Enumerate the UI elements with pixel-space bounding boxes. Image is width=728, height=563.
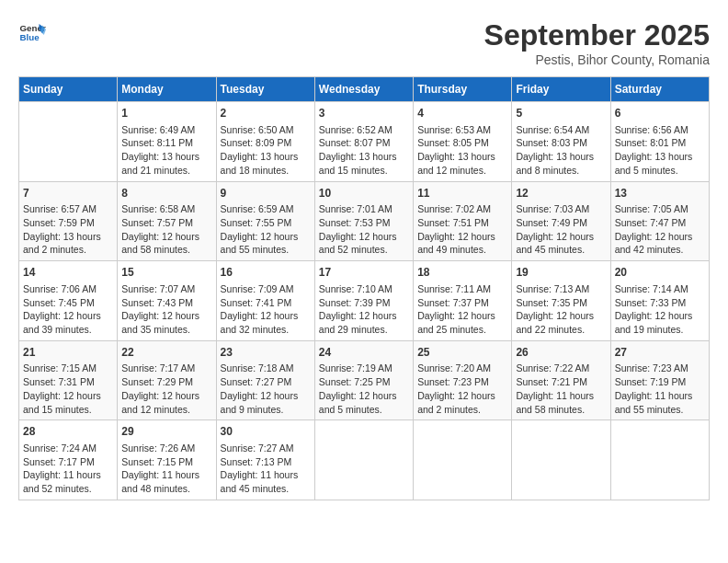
calendar-cell: 23Sunrise: 7:18 AMSunset: 7:27 PMDayligh… (216, 340, 314, 420)
day-info: Sunset: 8:09 PM (221, 136, 311, 150)
calendar-cell: 8Sunrise: 6:58 AMSunset: 7:57 PMDaylight… (118, 181, 216, 261)
day-info: Sunset: 7:13 PM (221, 455, 311, 469)
calendar-cell: 3Sunrise: 6:52 AMSunset: 8:07 PMDaylight… (314, 102, 413, 182)
day-info: Sunset: 7:15 PM (121, 455, 211, 469)
day-info: Sunset: 7:25 PM (319, 375, 409, 389)
weekday-header: Sunday (19, 77, 118, 102)
day-info: Sunset: 7:55 PM (221, 216, 311, 230)
calendar-cell: 29Sunrise: 7:26 AMSunset: 7:15 PMDayligh… (118, 420, 216, 500)
calendar-cell: 18Sunrise: 7:11 AMSunset: 7:37 PMDayligh… (414, 261, 512, 341)
calendar-cell: 30Sunrise: 7:27 AMSunset: 7:13 PMDayligh… (216, 420, 314, 500)
svg-text:Blue: Blue (20, 32, 40, 42)
day-info: Daylight: 12 hours and 35 minutes. (121, 309, 211, 336)
calendar-cell (314, 420, 413, 500)
day-info: Daylight: 12 hours and 22 minutes. (516, 309, 606, 336)
month-title: September 2025 (484, 18, 710, 52)
day-info: Daylight: 13 hours and 15 minutes. (319, 150, 409, 177)
day-info: Daylight: 13 hours and 18 minutes. (221, 150, 311, 177)
day-number: 17 (319, 265, 409, 281)
day-number: 8 (121, 186, 211, 201)
day-info: Sunset: 7:21 PM (516, 375, 606, 389)
calendar-cell: 4Sunrise: 6:53 AMSunset: 8:05 PMDaylight… (414, 102, 512, 182)
calendar-cell (19, 102, 118, 182)
day-info: Daylight: 11 hours and 52 minutes. (23, 468, 113, 495)
calendar-cell (512, 420, 610, 500)
day-info: Sunrise: 7:01 AM (319, 202, 409, 216)
day-info: Daylight: 12 hours and 42 minutes. (615, 230, 705, 257)
day-info: Daylight: 12 hours and 25 minutes. (417, 309, 507, 336)
day-info: Sunrise: 7:02 AM (417, 202, 507, 216)
day-info: Daylight: 11 hours and 58 minutes. (516, 389, 606, 416)
day-number: 10 (319, 186, 409, 201)
day-info: Sunset: 7:37 PM (417, 296, 507, 310)
day-info: Sunset: 7:33 PM (615, 296, 705, 310)
day-info: Daylight: 13 hours and 5 minutes. (615, 150, 705, 177)
day-info: Sunrise: 6:50 AM (221, 123, 311, 137)
day-number: 16 (221, 265, 311, 281)
day-info: Daylight: 12 hours and 15 minutes. (23, 389, 113, 416)
calendar-cell (610, 420, 709, 500)
day-info: Sunrise: 7:13 AM (516, 282, 606, 296)
day-info: Daylight: 11 hours and 48 minutes. (121, 468, 211, 495)
day-info: Sunrise: 7:10 AM (319, 282, 409, 296)
day-info: Daylight: 12 hours and 2 minutes. (417, 389, 507, 416)
day-number: 18 (417, 265, 507, 281)
calendar-cell: 26Sunrise: 7:22 AMSunset: 7:21 PMDayligh… (512, 340, 610, 420)
day-number: 23 (221, 345, 311, 361)
day-info: Daylight: 13 hours and 8 minutes. (516, 150, 606, 177)
day-info: Sunrise: 6:58 AM (121, 202, 211, 216)
calendar-cell: 6Sunrise: 6:56 AMSunset: 8:01 PMDaylight… (610, 102, 709, 182)
day-info: Sunset: 7:17 PM (23, 455, 113, 469)
day-number: 13 (615, 186, 705, 201)
day-info: Sunset: 7:43 PM (121, 296, 211, 310)
day-number: 3 (319, 106, 409, 121)
day-info: Sunset: 8:01 PM (615, 136, 705, 150)
day-number: 7 (23, 186, 113, 201)
day-number: 19 (516, 265, 606, 281)
day-info: Sunrise: 7:27 AM (221, 442, 311, 455)
day-number: 1 (121, 106, 211, 121)
calendar-cell: 19Sunrise: 7:13 AMSunset: 7:35 PMDayligh… (512, 261, 610, 341)
day-number: 12 (516, 186, 606, 201)
day-info: Daylight: 12 hours and 52 minutes. (319, 230, 409, 257)
day-number: 2 (221, 106, 311, 121)
day-info: Sunrise: 7:18 AM (221, 362, 311, 375)
day-info: Sunrise: 7:24 AM (23, 442, 113, 455)
day-info: Sunset: 7:19 PM (615, 375, 705, 389)
day-info: Sunset: 7:45 PM (23, 296, 113, 310)
day-info: Sunset: 7:27 PM (221, 375, 311, 389)
weekday-header: Monday (118, 77, 216, 102)
day-info: Sunrise: 6:59 AM (221, 202, 311, 216)
day-number: 24 (319, 345, 409, 361)
day-number: 27 (615, 345, 705, 361)
location-subtitle: Pestis, Bihor County, Romania (484, 52, 710, 67)
day-number: 30 (221, 424, 311, 440)
day-info: Sunrise: 6:49 AM (121, 123, 211, 137)
calendar-body: 1Sunrise: 6:49 AMSunset: 8:11 PMDaylight… (19, 102, 710, 500)
calendar-cell: 1Sunrise: 6:49 AMSunset: 8:11 PMDaylight… (118, 102, 216, 182)
day-number: 22 (121, 345, 211, 361)
day-number: 4 (417, 106, 507, 121)
day-info: Daylight: 12 hours and 55 minutes. (221, 230, 311, 257)
day-info: Sunrise: 7:17 AM (121, 362, 211, 375)
day-info: Sunrise: 6:52 AM (319, 123, 409, 137)
calendar-week-row: 14Sunrise: 7:06 AMSunset: 7:45 PMDayligh… (19, 261, 710, 341)
day-info: Sunrise: 6:53 AM (417, 123, 507, 137)
day-info: Sunrise: 7:23 AM (615, 362, 705, 375)
calendar-cell: 15Sunrise: 7:07 AMSunset: 7:43 PMDayligh… (118, 261, 216, 341)
day-info: Sunset: 8:07 PM (319, 136, 409, 150)
calendar-header: SundayMondayTuesdayWednesdayThursdayFrid… (19, 77, 710, 102)
logo-icon: General Blue (18, 18, 46, 46)
day-info: Sunset: 7:29 PM (121, 375, 211, 389)
calendar-cell: 22Sunrise: 7:17 AMSunset: 7:29 PMDayligh… (118, 340, 216, 420)
day-info: Daylight: 12 hours and 5 minutes. (319, 389, 409, 416)
weekday-header: Saturday (610, 77, 709, 102)
calendar-cell: 28Sunrise: 7:24 AMSunset: 7:17 PMDayligh… (19, 420, 118, 500)
calendar-cell: 13Sunrise: 7:05 AMSunset: 7:47 PMDayligh… (610, 181, 709, 261)
day-info: Sunset: 7:23 PM (417, 375, 507, 389)
day-number: 26 (516, 345, 606, 361)
day-info: Sunset: 7:47 PM (615, 216, 705, 230)
day-info: Daylight: 12 hours and 9 minutes. (221, 389, 311, 416)
day-info: Sunset: 8:11 PM (121, 136, 211, 150)
day-info: Sunset: 7:59 PM (23, 216, 113, 230)
